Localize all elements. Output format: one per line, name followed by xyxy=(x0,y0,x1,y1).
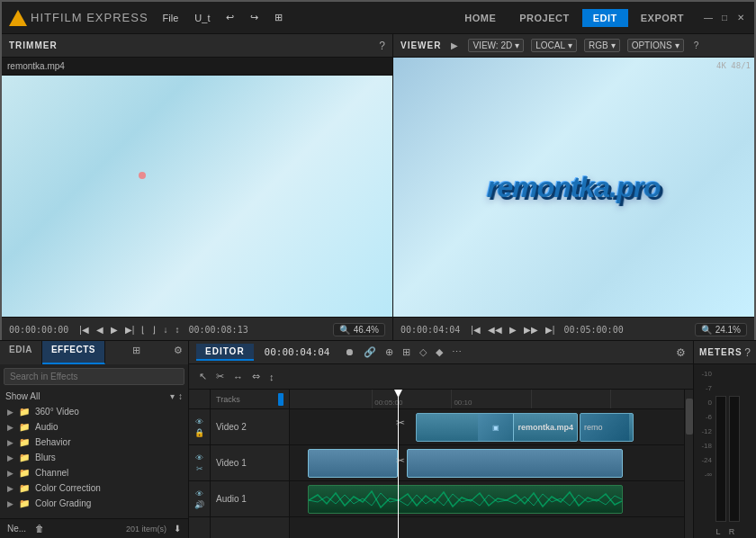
delete-item-btn[interactable]: 🗑 xyxy=(33,523,46,534)
viewer-local-dropdown[interactable]: LOCAL ▾ xyxy=(531,39,577,52)
btn-overwrite[interactable]: ↕ xyxy=(173,324,181,336)
clip-video2-remontka[interactable]: ▣ remontka.mp4 xyxy=(416,413,578,442)
menu-redo[interactable]: ↪ xyxy=(247,10,262,25)
effect-item-360video[interactable]: ▶ 📁 360° Video xyxy=(0,404,188,419)
effects-tabs: EDIA EFFECTS ⊞ ⚙ xyxy=(0,341,188,364)
ed-btn-keyframe[interactable]: ◆ xyxy=(433,345,446,360)
viewer-btn-start[interactable]: |◀ xyxy=(469,324,482,336)
meters-channel-labels: L R xyxy=(694,525,756,538)
effect-item-colorgrading[interactable]: ▶ 📁 Color Grading xyxy=(0,496,188,511)
ed-btn-record[interactable]: ⏺ xyxy=(342,345,357,360)
track-v2-eye-icon[interactable]: 👁 xyxy=(195,417,203,426)
nav-tabs: HOME PROJECT EDIT EXPORT xyxy=(454,9,695,27)
meters-title: METERS xyxy=(699,347,742,357)
track-v2-lock-icon[interactable]: 🔒 xyxy=(194,428,204,437)
ed-btn-marker[interactable]: ◇ xyxy=(417,345,429,360)
viewer-zoom[interactable]: 🔍 24.1% xyxy=(695,323,747,336)
viewer-overlay-timecode: 4K 48/1 xyxy=(716,61,751,70)
btn-insert[interactable]: ↓ xyxy=(161,324,169,336)
meter-bar-left xyxy=(716,396,726,522)
tab-edit[interactable]: EDIT xyxy=(582,9,628,27)
trimmer-info-icon[interactable]: ? xyxy=(379,40,385,52)
show-all-sort-icon[interactable]: ↕ xyxy=(178,391,183,401)
clip-video2-label: remontka.mp4 xyxy=(514,423,573,432)
ed-btn-ripple[interactable]: ⊞ xyxy=(400,345,413,360)
effect-item-blurs[interactable]: ▶ 📁 Blurs xyxy=(0,450,188,465)
ed-tool-roll[interactable]: ↕ xyxy=(266,370,277,384)
viewer-rgb-dropdown[interactable]: RGB ▾ xyxy=(584,39,620,52)
tab-project[interactable]: PROJECT xyxy=(508,9,580,27)
track-v1-eye-icon[interactable]: 👁 xyxy=(195,453,203,462)
effect-item-audio[interactable]: ▶ 📁 Audio xyxy=(0,419,188,435)
effects-settings-btn[interactable]: ⚙ xyxy=(168,341,188,364)
tab-media[interactable]: EDIA xyxy=(0,341,42,364)
clip-video2-partial[interactable]: remo xyxy=(580,413,634,442)
effect-folder-audio: 📁 xyxy=(19,422,30,432)
effect-arrow-colorgrading: ▶ xyxy=(7,499,14,508)
timeline-track-video2[interactable]: ✂ ▣ remontka.mp4 remo xyxy=(290,409,693,445)
tab-home[interactable]: HOME xyxy=(454,9,507,27)
menu-file[interactable]: File xyxy=(159,11,183,25)
btn-play-trimmer[interactable]: ▶ xyxy=(109,324,120,336)
ed-tool-ripple[interactable]: ⇔ xyxy=(249,369,263,384)
btn-mark-in[interactable]: ⌊ xyxy=(140,324,147,336)
waveform-svg xyxy=(309,486,623,514)
menu-grid[interactable]: ⊞ xyxy=(271,10,286,25)
trimmer-preview xyxy=(2,76,392,317)
viewer-btn-next[interactable]: ▶▶ xyxy=(522,324,540,336)
effects-search-input[interactable] xyxy=(4,368,184,385)
item-count: 201 item(s) xyxy=(126,525,166,534)
viewer-options-label: OPTIONS xyxy=(632,40,672,50)
bottom-panel: EDIA EFFECTS ⊞ ⚙ Show All ▾ ↕ ▶ 📁 360° V… xyxy=(0,340,756,538)
viewer-rgb-label: RGB xyxy=(589,40,608,50)
tab-effects[interactable]: EFFECTS xyxy=(42,341,105,364)
btn-next-frame[interactable]: ▶| xyxy=(123,324,137,336)
tab-export[interactable]: EXPORT xyxy=(630,9,695,27)
viewer-btn-end[interactable]: ▶| xyxy=(544,324,557,336)
btn-mark-out[interactable]: ⌋ xyxy=(150,324,158,336)
effect-item-channel[interactable]: ▶ 📁 Channel xyxy=(0,465,188,480)
maximize-button[interactable]: □ xyxy=(718,12,731,24)
clip-video1[interactable] xyxy=(308,449,398,478)
import-btn[interactable]: ⬇ xyxy=(172,523,183,534)
ed-tool-select[interactable]: ↖ xyxy=(196,369,210,384)
effect-arrow-channel: ▶ xyxy=(7,469,14,478)
viewer-options-dropdown[interactable]: OPTIONS ▾ xyxy=(627,39,684,52)
viewer-btn-prev[interactable]: ◀◀ xyxy=(486,324,504,336)
effect-item-behavior[interactable]: ▶ 📁 Behavior xyxy=(0,435,188,450)
clip-audio1[interactable] xyxy=(308,485,623,514)
btn-to-start[interactable]: |◀ xyxy=(77,324,91,336)
ed-btn-snap[interactable]: ⊕ xyxy=(382,345,396,360)
ed-tool-razor[interactable]: ✂ xyxy=(213,369,227,384)
viewer-info-icon[interactable]: ? xyxy=(691,40,702,51)
editor-settings-icon[interactable]: ⚙ xyxy=(676,346,686,359)
btn-prev-frame[interactable]: ◀ xyxy=(94,324,105,336)
timeline-track-audio1[interactable] xyxy=(290,481,693,517)
effect-item-colorcorrection[interactable]: ▶ 📁 Color Correction xyxy=(0,480,188,496)
meter-scale-minus6: -6 xyxy=(706,413,712,427)
meter-label-l: L xyxy=(713,527,724,536)
track-a1-mute-icon[interactable]: 🔊 xyxy=(194,500,204,509)
clip-video1-b[interactable] xyxy=(407,449,623,478)
viewer-view-dropdown[interactable]: VIEW: 2D ▾ xyxy=(468,39,524,52)
ed-btn-more[interactable]: ⋯ xyxy=(449,345,464,360)
track-v1-lock-icon[interactable]: ✂ xyxy=(196,464,203,473)
new-item-btn[interactable]: Ne... xyxy=(5,523,28,534)
track-a1-eye-icon[interactable]: 👁 xyxy=(195,489,203,498)
timeline-scrollbar[interactable] xyxy=(684,390,693,538)
timeline-track-video1[interactable]: ✂ xyxy=(290,445,693,481)
ed-tool-slip[interactable]: ↔ xyxy=(230,370,246,384)
viewer-btn-play[interactable]: ▶ xyxy=(508,324,518,336)
menu-edit[interactable]: U_t xyxy=(191,11,213,25)
effects-icon-btn[interactable]: ⊞ xyxy=(127,341,146,364)
minimize-button[interactable]: — xyxy=(702,12,715,24)
menu-undo[interactable]: ↩ xyxy=(222,10,238,25)
meters-info-icon[interactable]: ? xyxy=(744,346,751,359)
show-all-dropdown-icon[interactable]: ▾ xyxy=(170,391,175,401)
ed-btn-link[interactable]: 🔗 xyxy=(361,345,379,360)
trimmer-zoom[interactable]: 🔍 46.4% xyxy=(333,323,385,336)
timeline-scrollbar-thumb[interactable] xyxy=(686,399,693,435)
close-button[interactable]: ✕ xyxy=(734,12,747,24)
viewer-play-btn[interactable]: ▶ xyxy=(448,40,461,51)
effect-folder-blurs: 📁 xyxy=(19,453,30,462)
